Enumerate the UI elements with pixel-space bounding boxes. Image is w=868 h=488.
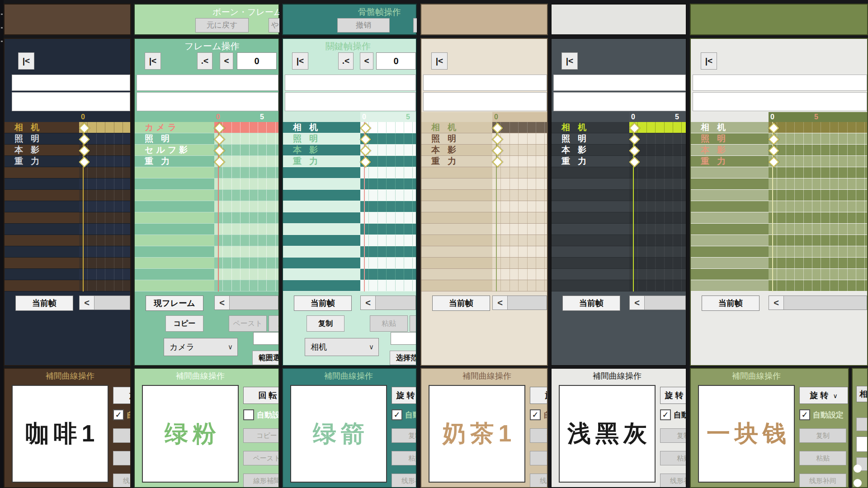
timeline-track-row[interactable]: 照 明 bbox=[135, 133, 278, 145]
timeline-track-row[interactable]: 照 明 bbox=[5, 133, 130, 145]
go-first-frame-button[interactable]: |< bbox=[431, 52, 448, 70]
undo-button[interactable]: 撤销 bbox=[337, 18, 390, 33]
timeline-track-row[interactable]: 重 力 bbox=[552, 156, 686, 167]
curve-copy-button[interactable]: コピー bbox=[243, 428, 279, 443]
timeline-empty-row[interactable] bbox=[552, 224, 686, 235]
track-grid[interactable] bbox=[492, 246, 547, 257]
track-grid[interactable] bbox=[492, 145, 547, 155]
timeline-track-row[interactable]: 本 影 bbox=[5, 145, 130, 156]
track-grid[interactable] bbox=[629, 133, 686, 144]
linear-interpolation-button[interactable]: 線形補間 bbox=[243, 474, 279, 488]
track-grid[interactable] bbox=[629, 280, 686, 291]
keyframe-diamond[interactable] bbox=[768, 134, 779, 145]
track-grid[interactable] bbox=[214, 246, 278, 257]
timeline-empty-row[interactable] bbox=[283, 246, 416, 258]
bone-name-field[interactable] bbox=[137, 75, 278, 91]
track-grid[interactable] bbox=[214, 269, 278, 280]
timeline-empty-row[interactable] bbox=[421, 212, 547, 224]
track-grid[interactable] bbox=[214, 235, 278, 246]
rotation-select-button[interactable]: 旋 转∨ bbox=[799, 387, 848, 404]
track-grid[interactable] bbox=[214, 167, 278, 178]
timeline-empty-row[interactable] bbox=[135, 167, 278, 178]
track-grid[interactable] bbox=[769, 246, 867, 257]
timeline-empty-row[interactable] bbox=[691, 235, 867, 246]
timeline-track-row[interactable]: 本 影 bbox=[691, 145, 867, 156]
keyframe-diamond[interactable] bbox=[79, 145, 90, 156]
track-grid[interactable] bbox=[360, 190, 416, 201]
track-grid[interactable] bbox=[360, 235, 416, 246]
track-grid[interactable] bbox=[79, 235, 130, 246]
timeline-empty-row[interactable] bbox=[5, 280, 130, 291]
track-grid[interactable] bbox=[79, 201, 130, 212]
timeline-empty-row[interactable] bbox=[552, 190, 686, 201]
keyframe-diamond[interactable] bbox=[629, 156, 640, 167]
track-grid[interactable] bbox=[360, 212, 416, 223]
bone-name-field[interactable] bbox=[553, 75, 686, 91]
timeline-empty-row[interactable] bbox=[5, 178, 130, 190]
timeline-empty-row[interactable] bbox=[421, 167, 547, 178]
keyframe-diamond[interactable] bbox=[214, 122, 225, 133]
track-grid[interactable] bbox=[629, 145, 686, 155]
track-grid[interactable] bbox=[360, 178, 416, 189]
track-grid[interactable] bbox=[492, 269, 547, 280]
auto-setting-checkbox[interactable]: ✓ bbox=[113, 409, 124, 420]
track-grid[interactable] bbox=[214, 258, 278, 268]
timeline-track-row[interactable]: カメラ bbox=[135, 122, 278, 133]
timeline-empty-row[interactable] bbox=[552, 235, 686, 246]
track-grid[interactable] bbox=[79, 167, 130, 178]
keyframe-diamond[interactable] bbox=[629, 134, 640, 145]
track-grid[interactable] bbox=[214, 178, 278, 189]
track-grid[interactable] bbox=[492, 133, 547, 144]
track-grid[interactable] bbox=[629, 122, 686, 133]
track-grid[interactable] bbox=[492, 122, 547, 133]
timeline-empty-row[interactable] bbox=[5, 190, 130, 201]
timeline-scrollbar[interactable]: < bbox=[769, 296, 867, 310]
copy-button[interactable]: コピー bbox=[165, 315, 203, 332]
prev-keyframe-button[interactable]: .< bbox=[197, 52, 212, 70]
timeline-track-row[interactable]: 相 机 bbox=[283, 122, 416, 133]
track-grid[interactable] bbox=[492, 224, 547, 235]
timeline-track-row[interactable]: 重 力 bbox=[5, 156, 130, 167]
track-grid[interactable] bbox=[629, 167, 686, 178]
timeline-empty-row[interactable] bbox=[552, 167, 686, 178]
timeline-empty-row[interactable] bbox=[135, 224, 278, 235]
timeline-track-row[interactable]: 相 机 bbox=[421, 122, 547, 133]
track-grid[interactable] bbox=[360, 156, 416, 167]
timeline-scrollbar[interactable]: < bbox=[214, 296, 278, 310]
track-grid[interactable] bbox=[492, 190, 547, 201]
timeline-empty-row[interactable] bbox=[135, 258, 278, 269]
track-grid[interactable] bbox=[214, 156, 278, 167]
timeline-empty-row[interactable] bbox=[552, 258, 686, 269]
bone-name-field[interactable] bbox=[693, 75, 867, 91]
timeline-empty-row[interactable] bbox=[135, 280, 278, 291]
frame-number-input[interactable]: 0 bbox=[376, 52, 416, 70]
timeline-track-row[interactable]: 本 影 bbox=[421, 145, 547, 156]
keyframe-diamond[interactable] bbox=[492, 145, 503, 156]
timeline-track-row[interactable]: 相 机 bbox=[5, 122, 130, 133]
reverse-paste-button[interactable]: 反转P bbox=[410, 315, 417, 332]
linear-interpolation-button[interactable]: 线形补间 bbox=[660, 474, 687, 488]
timeline-track-row[interactable]: 重 力 bbox=[421, 156, 547, 167]
go-first-frame-button[interactable]: |< bbox=[701, 52, 717, 70]
track-grid[interactable] bbox=[214, 212, 278, 223]
timeline-empty-row[interactable] bbox=[421, 235, 547, 246]
track-grid[interactable] bbox=[79, 269, 130, 280]
track-grid[interactable] bbox=[769, 133, 867, 144]
prev-frame-button[interactable]: < bbox=[220, 52, 233, 70]
track-grid[interactable] bbox=[769, 201, 867, 212]
partial-radio[interactable] bbox=[854, 479, 862, 487]
track-grid[interactable] bbox=[79, 246, 130, 257]
timeline-empty-row[interactable] bbox=[421, 178, 547, 190]
track-grid[interactable] bbox=[360, 246, 416, 257]
track-grid[interactable] bbox=[214, 145, 278, 155]
keyframe-diamond[interactable] bbox=[360, 134, 371, 145]
range-select-button[interactable]: 选择范围 bbox=[390, 351, 417, 365]
timeline-track-row[interactable]: 重 力 bbox=[691, 156, 867, 167]
rotation-select-button[interactable]: 旋 转 bbox=[530, 387, 548, 404]
track-grid[interactable] bbox=[769, 145, 867, 155]
timeline-empty-row[interactable] bbox=[421, 258, 547, 269]
timeline-track-row[interactable]: 照 明 bbox=[691, 133, 867, 145]
track-grid[interactable] bbox=[492, 212, 547, 223]
target-select-dropdown[interactable]: カメラ∨ bbox=[164, 338, 238, 356]
keyframe-diamond[interactable] bbox=[79, 122, 90, 133]
